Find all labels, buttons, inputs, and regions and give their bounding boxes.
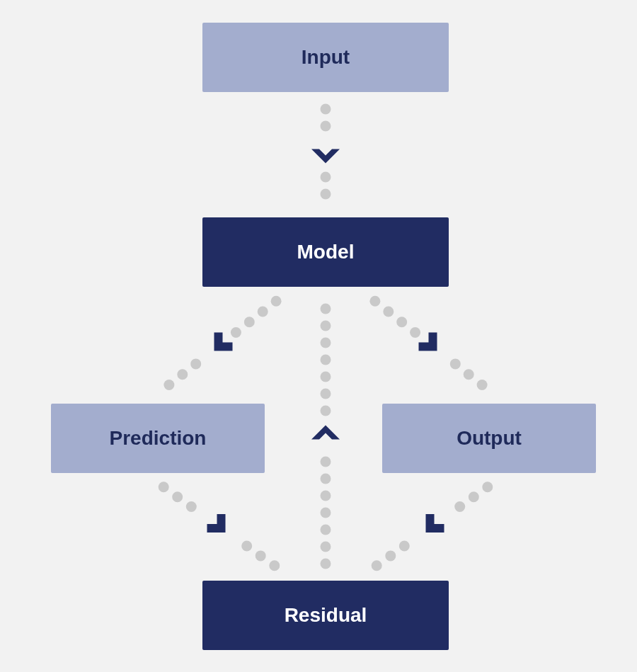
connector-dot	[321, 189, 331, 200]
connectors-layer	[0, 0, 637, 672]
connector-dot	[321, 172, 331, 183]
arrow-model-to-prediction	[214, 333, 233, 351]
connector-dot	[321, 474, 331, 484]
node-prediction: Prediction	[51, 404, 265, 473]
connector-dot	[321, 104, 331, 115]
connector-dot	[454, 501, 465, 512]
node-label: Output	[457, 427, 522, 450]
arrow-residual-to-model	[311, 426, 340, 440]
connector-dot	[177, 369, 188, 380]
node-label: Residual	[285, 604, 367, 627]
connector-dot	[321, 525, 331, 535]
connector-dot	[321, 338, 331, 348]
connector-dot	[159, 482, 169, 492]
connector-dot	[321, 372, 331, 382]
connector-dot	[241, 541, 252, 552]
connector-dot	[369, 296, 380, 307]
connector-dot	[469, 491, 479, 502]
connector-dot	[321, 355, 331, 365]
connector-dot	[321, 406, 331, 416]
connector-dot	[231, 327, 241, 338]
node-model: Model	[202, 217, 449, 287]
connector-dot	[321, 389, 331, 399]
connector-dot	[172, 491, 183, 502]
connector-dot	[163, 380, 174, 390]
connector-dot	[450, 358, 461, 369]
connector-dot	[482, 482, 493, 492]
connector-dot	[186, 501, 197, 512]
connector-dot	[321, 508, 331, 518]
connector-dot	[477, 380, 488, 390]
node-input: Input	[202, 23, 449, 92]
connector-dot	[244, 317, 255, 327]
connector-dot	[321, 121, 331, 132]
arrow-model-to-output	[419, 333, 437, 351]
node-label: Prediction	[110, 427, 207, 450]
connector-dot	[399, 541, 410, 552]
connector-dot	[321, 457, 331, 467]
connector-dot	[321, 542, 331, 552]
connector-dot	[269, 560, 280, 571]
node-output: Output	[382, 404, 596, 473]
connector-dot	[256, 550, 266, 561]
connector-dot	[396, 317, 407, 327]
connector-dot	[385, 550, 396, 561]
connector-dot	[372, 560, 382, 571]
connector-dot	[321, 491, 331, 501]
connector-dot	[321, 559, 331, 569]
node-label: Model	[297, 241, 355, 263]
node-label: Input	[302, 46, 350, 69]
connector-dot	[321, 321, 331, 331]
node-residual: Residual	[202, 581, 449, 650]
arrow-prediction-to-residual	[207, 514, 226, 533]
connector-dot	[464, 369, 474, 380]
connector-dot	[258, 307, 268, 317]
connector-dot	[410, 327, 420, 338]
connector-dot	[271, 296, 282, 307]
connector-dot	[321, 304, 331, 314]
connector-dot	[383, 307, 394, 317]
arrow-output-to-residual	[426, 514, 444, 533]
connector-dot	[190, 358, 201, 369]
arrow-input-to-model	[311, 149, 340, 164]
